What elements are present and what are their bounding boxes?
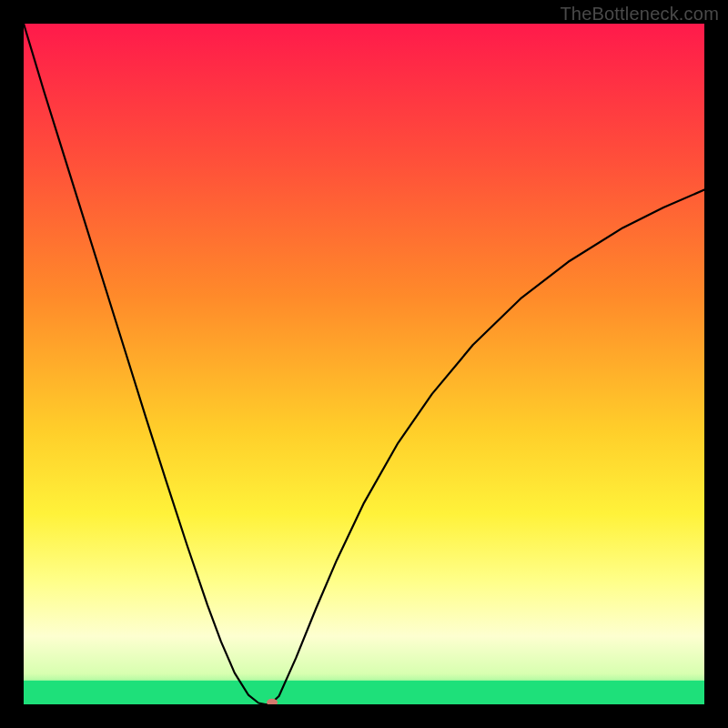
chart-svg [24,24,704,704]
gradient-background [24,24,704,704]
chart-frame: TheBottleneck.com [0,0,728,728]
watermark-text: TheBottleneck.com [560,4,719,25]
green-bottom-band [24,681,704,704]
plot-area [24,24,704,704]
